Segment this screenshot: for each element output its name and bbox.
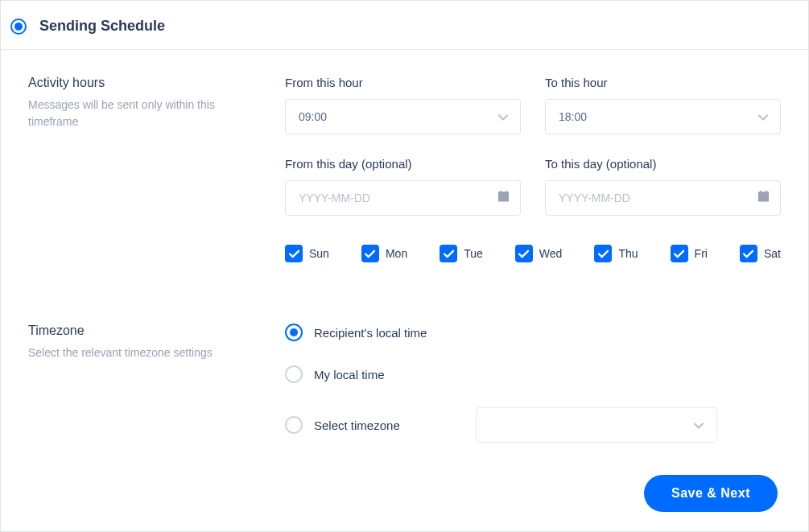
to-hour-select[interactable] [545, 99, 781, 134]
activity-hours-heading: Activity hours [28, 76, 266, 90]
timezone-option-recipient[interactable]: Recipient's local time [285, 324, 781, 341]
timezone-option-select[interactable]: Select timezone [285, 416, 476, 434]
to-day-field: To this day (optional) [545, 157, 781, 216]
to-hour-field: To this hour [545, 76, 781, 134]
day-mon[interactable]: Mon [361, 245, 407, 262]
day-wed[interactable]: Wed [515, 245, 563, 262]
from-hour-label: From this hour [285, 76, 521, 89]
checkbox-icon [594, 245, 612, 262]
timezone-select[interactable] [476, 407, 717, 443]
to-hour-input[interactable] [545, 99, 781, 134]
from-day-field: From this day (optional) [285, 157, 521, 216]
day-sat[interactable]: Sat [740, 245, 781, 262]
timezone-content: Recipient's local time My local time Sel… [285, 324, 781, 443]
timezone-select-row: Select timezone [285, 407, 781, 443]
day-label: Mon [386, 247, 407, 260]
section-radio-icon[interactable] [10, 19, 27, 35]
checkbox-icon [361, 245, 379, 262]
from-hour-field: From this hour [285, 76, 521, 134]
save-next-button[interactable]: Save & Next [644, 475, 778, 512]
day-label: Tue [464, 247, 483, 260]
day-sun[interactable]: Sun [285, 245, 329, 262]
day-thu[interactable]: Thu [594, 245, 638, 262]
hour-range-row: From this hour To this hour [285, 76, 781, 134]
from-day-label: From this day (optional) [285, 157, 521, 171]
from-day-input[interactable] [285, 180, 521, 216]
timezone-heading: Timezone [28, 324, 266, 338]
checkbox-icon [671, 245, 688, 262]
panel-body: Activity hours Messages will be sent onl… [1, 50, 808, 530]
day-tue[interactable]: Tue [440, 245, 483, 262]
checkbox-icon [515, 245, 533, 262]
radio-label: My local time [314, 368, 385, 381]
to-day-input[interactable] [545, 180, 781, 216]
checkbox-icon [285, 245, 303, 262]
panel-header: Sending Schedule [1, 1, 808, 50]
radio-icon [285, 416, 303, 434]
activity-hours-label: Activity hours Messages will be sent onl… [28, 76, 266, 262]
from-hour-input[interactable] [285, 99, 521, 134]
day-label: Thu [618, 247, 638, 260]
timezone-radio-group: Recipient's local time My local time Sel… [285, 324, 781, 443]
from-day-wrap [285, 180, 521, 216]
from-hour-select[interactable] [285, 99, 521, 134]
sending-schedule-panel: Sending Schedule Activity hours Messages… [0, 0, 809, 532]
chevron-down-icon [694, 418, 704, 432]
day-label: Sat [764, 247, 781, 260]
checkbox-icon [440, 245, 457, 262]
checkbox-icon [740, 245, 757, 262]
day-label: Wed [539, 247, 563, 260]
timezone-section: Timezone Select the relevant timezone se… [28, 324, 781, 443]
day-range-row: From this day (optional) To this day (op… [285, 157, 781, 216]
radio-icon [285, 365, 303, 383]
radio-label: Select timezone [314, 419, 400, 432]
radio-icon [285, 324, 303, 341]
timezone-label-col: Timezone Select the relevant timezone se… [28, 324, 266, 443]
activity-hours-content: From this hour To this hour [285, 76, 781, 262]
panel-title: Sending Schedule [39, 18, 165, 35]
to-day-wrap [545, 180, 781, 216]
day-fri[interactable]: Fri [671, 245, 708, 262]
radio-label: Recipient's local time [314, 326, 427, 340]
to-hour-label: To this hour [545, 76, 781, 89]
to-day-label: To this day (optional) [545, 157, 781, 171]
timezone-option-my[interactable]: My local time [285, 365, 781, 383]
activity-hours-section: Activity hours Messages will be sent onl… [28, 76, 781, 262]
footer: Save & Next [644, 475, 778, 512]
timezone-description: Select the relevant timezone settings [28, 344, 266, 361]
day-label: Fri [695, 247, 708, 260]
day-label: Sun [309, 247, 329, 260]
activity-hours-description: Messages will be sent only within this t… [28, 97, 266, 130]
days-row: Sun Mon Tue Wed [285, 245, 781, 262]
